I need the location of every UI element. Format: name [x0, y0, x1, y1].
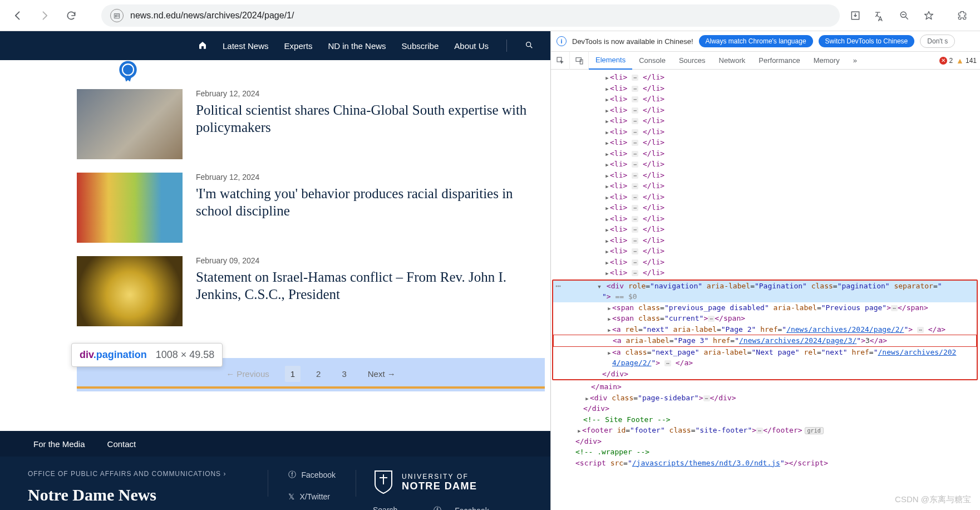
pagination-page-2[interactable]: 2: [311, 366, 326, 382]
inspect-tool-icon[interactable]: [551, 52, 570, 70]
nav-about[interactable]: About Us: [454, 41, 489, 51]
footer-social-fb[interactable]: ⓕ Facebook: [288, 470, 336, 480]
dom-node[interactable]: <a rel="next" aria-label="Page 2" href="…: [612, 325, 945, 334]
dom-node[interactable]: <li> ⋯ </li>: [610, 268, 664, 277]
nav-latest[interactable]: Latest News: [223, 41, 269, 51]
dom-node[interactable]: <script src="/javascripts/themes/ndt/3.0…: [575, 459, 828, 467]
caret-icon[interactable]: [604, 267, 610, 278]
nav-nd-in-news[interactable]: ND in the News: [328, 41, 386, 51]
caret-icon[interactable]: [604, 126, 610, 138]
extensions-icon[interactable]: [951, 4, 973, 27]
dom-node[interactable]: <span class="current">⋯</span>: [612, 314, 745, 322]
device-tool-icon[interactable]: [570, 52, 589, 70]
und-logo[interactable]: UNIVERSITY OF NOTRE DAME: [373, 470, 477, 494]
dom-node[interactable]: <li> ⋯ </li>: [610, 73, 664, 81]
dom-node[interactable]: <li> ⋯ </li>: [610, 182, 664, 190]
caret-icon[interactable]: [577, 425, 582, 436]
article-row[interactable]: February 12, 2024 'I'm watching you' beh…: [0, 166, 550, 249]
dom-node[interactable]: <a aria-label="Page 3" href="/news/archi…: [613, 336, 887, 345]
zoom-icon[interactable]: [893, 4, 915, 27]
tab-network[interactable]: Network: [712, 52, 752, 70]
caret-icon[interactable]: [604, 246, 610, 257]
caret-icon[interactable]: [607, 324, 612, 335]
dom-node[interactable]: <li> ⋯ </li>: [610, 225, 664, 233]
subfooter-media[interactable]: For the Media: [33, 439, 85, 449]
nav-search-icon[interactable]: [525, 41, 534, 51]
dom-node[interactable]: <li> ⋯ </li>: [610, 160, 664, 168]
dom-node[interactable]: <li> ⋯ </li>: [610, 128, 664, 136]
footer-link-search[interactable]: Search: [373, 506, 411, 510]
banner-switch-button[interactable]: Switch DevTools to Chinese: [819, 35, 915, 47]
grid-badge[interactable]: grid: [805, 427, 824, 434]
tab-console[interactable]: Console: [632, 52, 672, 70]
dom-node[interactable]: </main>: [591, 382, 622, 391]
caret-icon[interactable]: [604, 192, 610, 203]
article-title[interactable]: Political scientist shares China-Global …: [196, 101, 534, 136]
reload-button[interactable]: [60, 4, 82, 27]
pagination-next[interactable]: Next →: [362, 366, 401, 382]
dom-node[interactable]: <div class="page-sidebar">⋯</div>: [590, 394, 736, 402]
caret-icon[interactable]: [604, 180, 610, 192]
caret-icon[interactable]: [597, 281, 602, 292]
caret-icon[interactable]: [604, 224, 610, 235]
dom-node[interactable]: <li> ⋯ </li>: [610, 116, 664, 125]
caret-icon[interactable]: [607, 347, 612, 358]
nav-experts[interactable]: Experts: [284, 41, 313, 51]
caret-icon[interactable]: [604, 94, 610, 105]
dom-node[interactable]: <li> ⋯ </li>: [610, 149, 664, 158]
tab-elements[interactable]: Elements: [589, 52, 632, 70]
dom-node[interactable]: <li> ⋯ </li>: [610, 214, 664, 223]
elements-tree[interactable]: <li> ⋯ </li><li> ⋯ </li><li> ⋯ </li><li>…: [551, 70, 980, 510]
article-row[interactable]: February 12, 2024 Political scientist sh…: [0, 82, 550, 166]
dom-node[interactable]: <li> ⋯ </li>: [610, 84, 664, 92]
caret-icon[interactable]: [607, 313, 612, 324]
dom-node[interactable]: <li> ⋯ </li>: [610, 95, 664, 103]
caret-icon[interactable]: [604, 235, 610, 246]
caret-icon[interactable]: [604, 170, 610, 181]
caret-icon[interactable]: [604, 257, 610, 268]
banner-dont-button[interactable]: Don't s: [920, 35, 955, 48]
dom-node[interactable]: </div>: [583, 404, 609, 413]
dom-node[interactable]: </div>: [575, 437, 602, 445]
footer-office[interactable]: OFFICE OF PUBLIC AFFAIRS AND COMMUNICATI…: [28, 470, 268, 478]
nav-subscribe[interactable]: Subscribe: [402, 41, 439, 51]
caret-icon[interactable]: [604, 202, 610, 213]
pagination-page-1[interactable]: 1: [285, 366, 301, 382]
dom-node[interactable]: <li> ⋯ </li>: [610, 193, 664, 201]
article-row[interactable]: February 09, 2024 Statement on Israel-Ha…: [0, 249, 550, 333]
footer-link-fb[interactable]: ⓕ Facebook: [434, 506, 489, 510]
caret-icon[interactable]: [604, 159, 610, 170]
translate-icon[interactable]: [869, 4, 891, 27]
caret-icon[interactable]: [604, 137, 610, 148]
back-button[interactable]: [7, 4, 29, 27]
dom-node[interactable]: <li> ⋯ </li>: [610, 138, 664, 146]
dom-node[interactable]: <li> ⋯ </li>: [610, 247, 664, 255]
forward-button[interactable]: [33, 4, 56, 27]
dom-node[interactable]: <a class="next_page" aria-label="Next pa…: [612, 348, 956, 356]
caret-icon[interactable]: [604, 213, 610, 224]
dom-node[interactable]: </div>: [602, 370, 628, 378]
dom-node[interactable]: <div role="navigation" aria-label="Pagin…: [607, 282, 942, 290]
caret-icon[interactable]: [604, 115, 610, 126]
site-info-icon[interactable]: [110, 9, 124, 22]
nav-home-icon[interactable]: [198, 41, 207, 51]
caret-icon[interactable]: [584, 393, 590, 404]
dom-node[interactable]: <li> ⋯ </li>: [610, 171, 664, 179]
banner-match-button[interactable]: Always match Chrome's language: [699, 35, 813, 47]
caret-icon[interactable]: [604, 148, 610, 159]
dom-node[interactable]: <li> ⋯ </li>: [610, 106, 664, 114]
error-count[interactable]: ✕2: [939, 57, 953, 65]
install-icon[interactable]: [844, 4, 866, 27]
pagination-page-3[interactable]: 3: [336, 366, 352, 382]
subfooter-contact[interactable]: Contact: [107, 439, 136, 449]
dom-node[interactable]: <li> ⋯ </li>: [610, 203, 664, 212]
warning-count[interactable]: ▲141: [956, 56, 977, 65]
address-bar[interactable]: news.nd.edu/news/archives/2024/page/1/: [101, 4, 840, 27]
footer-social-x[interactable]: 𝕏 X/Twitter: [288, 492, 336, 501]
dom-node[interactable]: <li> ⋯ </li>: [610, 236, 664, 244]
tab-performance[interactable]: Performance: [752, 52, 806, 70]
caret-icon[interactable]: [604, 105, 610, 116]
caret-icon[interactable]: [607, 302, 612, 313]
tab-more-icon[interactable]: »: [846, 52, 864, 70]
dom-node[interactable]: <footer id="footer" class="site-footer">…: [582, 426, 802, 434]
